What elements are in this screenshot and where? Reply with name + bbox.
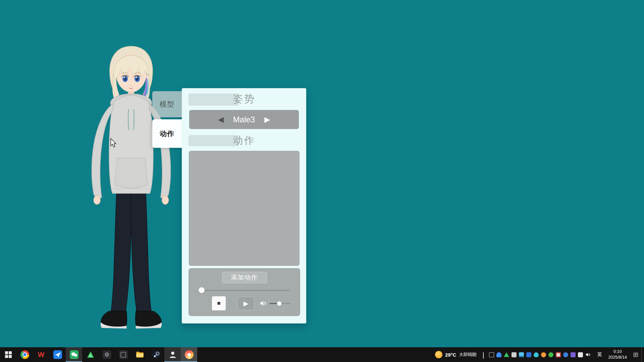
action-title: 动作 [182,134,306,147]
settings-app-taskbar-button[interactable]: ⚙ [99,347,115,362]
tab-model[interactable]: 模型 [152,91,182,117]
add-action-button[interactable]: 添加动作 [222,272,267,283]
tray-icon-9[interactable] [548,352,553,357]
vup-app-icon [185,350,194,359]
wechat-icon [70,350,78,359]
pants-right [131,193,151,311]
prev-pose-button[interactable]: ◀ [218,116,224,123]
clock-date: 2025/8/14 [608,355,627,361]
volume-icon[interactable] [260,300,268,307]
wps-taskbar-button[interactable]: W [33,347,49,362]
tray-icon-8[interactable] [541,352,546,357]
avatar-app-taskbar-button[interactable] [164,347,181,362]
tab-action[interactable]: 动作 [152,119,182,148]
volume-thumb[interactable] [277,301,281,306]
hoodie-pocket [114,158,148,188]
steam-icon [152,350,161,359]
windows-logo-icon [5,351,12,358]
taskbar: W [0,347,644,362]
tray-icon-6[interactable] [526,352,531,357]
taskbar-tray-area: 29°C 大部晴朗 [431,347,644,362]
file-explorer-icon [136,350,144,359]
tray-icon-4[interactable] [512,352,517,357]
green-triangle-taskbar-button[interactable] [82,347,99,362]
tray-icon-10[interactable] [556,352,561,357]
volume-tray-icon[interactable] [585,352,591,357]
progress-thumb[interactable] [199,287,205,293]
tray-icon-12[interactable] [571,352,576,357]
taskbar-app-area: W [0,347,197,362]
player-controls: 添加动作 ■ ▶ [189,268,300,316]
progress-slider[interactable] [199,287,290,294]
tray-icon-3[interactable] [504,352,509,357]
pants-left [111,193,131,311]
tray-icon-13[interactable] [578,352,583,357]
volume-slider[interactable] [270,300,290,306]
system-tray [480,347,594,362]
weather-icon [435,351,442,358]
action-center-icon [633,352,639,358]
play-button[interactable]: ▶ [237,296,254,310]
character-model[interactable] [79,44,183,339]
messenger-app-icon [53,350,62,359]
chrome-icon [20,350,29,359]
dark-app-taskbar-button[interactable] [115,347,131,362]
messenger-taskbar-button[interactable] [49,347,66,362]
tray-expand-chevron-icon[interactable] [483,353,487,357]
control-panel: 姿势 ◀ Male3 ▶ 动作 添加动作 ■ ▶ [182,88,306,323]
mouse-cursor [110,138,117,147]
stop-button[interactable]: ■ [212,296,226,310]
dark-app-icon [119,350,128,359]
person-icon [168,350,177,359]
pose-selector: ◀ Male3 ▶ [189,110,299,129]
pose-value: Male3 [233,115,255,124]
file-explorer-taskbar-button[interactable] [131,347,148,362]
start-button[interactable] [0,347,16,362]
panel-side-tabs: 模型 动作 [152,91,182,148]
tray-icon-2[interactable] [496,352,501,357]
weather-desc: 大部晴朗 [459,352,476,358]
green-triangle-app-icon [86,350,95,359]
action-center-button[interactable] [630,347,641,362]
show-desktop-button[interactable] [641,347,644,362]
gear-icon: ⚙ [103,350,111,359]
hand-right [162,196,169,204]
vup-app-taskbar-button[interactable] [181,347,197,362]
chrome-taskbar-button[interactable] [16,347,33,362]
steam-taskbar-button[interactable] [148,347,164,362]
tray-icon-1[interactable] [489,352,494,357]
stop-icon: ■ [217,300,220,307]
desktop: 模型 动作 姿势 ◀ Male3 ▶ 动作 添加动作 ■ ▶ [0,0,644,362]
action-list[interactable] [189,151,300,266]
pose-title: 姿势 [182,92,306,106]
hand-left [94,196,100,204]
tray-icon-7[interactable] [534,352,539,357]
ime-indicator[interactable]: 英 [594,347,605,362]
next-pose-button[interactable]: ▶ [264,116,270,123]
tray-icon-5[interactable] [519,352,524,357]
weather-widget[interactable]: 29°C 大部晴朗 [431,347,481,362]
clock-time: 0:10 [608,349,627,355]
weather-temp: 29°C [445,352,457,358]
wps-icon: W [38,351,45,359]
wechat-taskbar-button[interactable] [66,347,82,362]
taskbar-clock[interactable]: 0:10 2025/8/14 [605,347,630,362]
tray-icon-11[interactable] [563,352,568,357]
progress-track [199,290,290,291]
play-icon: ▶ [244,300,249,307]
